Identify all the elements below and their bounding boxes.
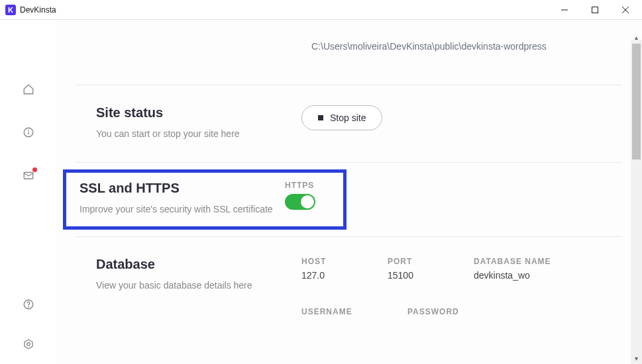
svg-marker-10 bbox=[25, 340, 32, 349]
window-controls bbox=[549, 0, 641, 20]
db-host-label: HOST bbox=[301, 257, 354, 266]
settings-icon[interactable] bbox=[22, 338, 35, 351]
minimize-button[interactable] bbox=[549, 0, 580, 20]
https-toggle[interactable] bbox=[285, 194, 315, 210]
home-icon[interactable] bbox=[22, 83, 35, 96]
scrollbar-thumb[interactable] bbox=[632, 44, 641, 159]
db-username-label: USERNAME bbox=[301, 307, 354, 316]
db-username-col: USERNAME bbox=[301, 307, 354, 320]
db-host-value: 127.0 bbox=[301, 270, 354, 281]
svg-rect-1 bbox=[592, 7, 598, 13]
scrollbar[interactable]: ▴ ▾ bbox=[631, 40, 642, 364]
mail-icon[interactable] bbox=[22, 169, 35, 182]
window-title: DevKinsta bbox=[20, 5, 56, 15]
stop-site-label: Stop site bbox=[330, 113, 366, 123]
svg-point-6 bbox=[28, 130, 28, 131]
app-icon: K bbox=[5, 5, 16, 15]
content-area: C:\Users\moliveira\DevKinsta\public\devk… bbox=[56, 20, 642, 364]
ssl-desc: Improve your site's security with SSL ce… bbox=[80, 204, 285, 214]
stop-icon bbox=[318, 115, 323, 120]
info-icon[interactable] bbox=[22, 126, 35, 139]
notification-dot bbox=[32, 167, 37, 172]
db-password-label: PASSWORD bbox=[407, 307, 460, 316]
site-status-desc: You can start or stop your site here bbox=[96, 128, 301, 139]
titlebar: K DevKinsta bbox=[0, 0, 642, 20]
ssl-title: SSL and HTTPS bbox=[80, 181, 285, 196]
scroll-down-icon[interactable]: ▾ bbox=[631, 353, 642, 364]
db-password-col: PASSWORD bbox=[407, 307, 460, 320]
db-host-col: HOST 127.0 bbox=[301, 257, 354, 281]
database-desc: View your basic database details here bbox=[96, 280, 301, 291]
svg-point-9 bbox=[28, 306, 28, 307]
svg-point-11 bbox=[27, 343, 30, 346]
help-icon[interactable] bbox=[22, 298, 35, 311]
db-port-col: PORT 15100 bbox=[388, 257, 441, 281]
maximize-button[interactable] bbox=[580, 0, 610, 20]
ssl-section: SSL and HTTPS Improve your site's securi… bbox=[76, 162, 622, 236]
db-name-value: devkinsta_wo bbox=[474, 270, 551, 281]
sidebar bbox=[0, 20, 56, 364]
database-title: Database bbox=[96, 257, 301, 272]
db-port-value: 15100 bbox=[388, 270, 441, 281]
db-name-label: DATABASE NAME bbox=[474, 257, 551, 266]
site-path: C:\Users\moliveira\DevKinsta\public\devk… bbox=[76, 20, 622, 85]
https-label: HTTPS bbox=[285, 181, 315, 190]
ssl-highlight: SSL and HTTPS Improve your site's securi… bbox=[63, 169, 347, 230]
site-status-section: Site status You can start or stop your s… bbox=[76, 85, 622, 162]
stop-site-button[interactable]: Stop site bbox=[301, 105, 382, 130]
toggle-knob bbox=[301, 195, 314, 208]
site-status-title: Site status bbox=[96, 105, 301, 120]
db-port-label: PORT bbox=[388, 257, 441, 266]
scroll-up-icon[interactable]: ▴ bbox=[631, 32, 642, 43]
db-name-col: DATABASE NAME devkinsta_wo bbox=[474, 257, 551, 281]
close-button[interactable] bbox=[610, 0, 641, 20]
database-section: Database View your basic database detail… bbox=[76, 236, 622, 343]
titlebar-left: K DevKinsta bbox=[5, 5, 56, 15]
